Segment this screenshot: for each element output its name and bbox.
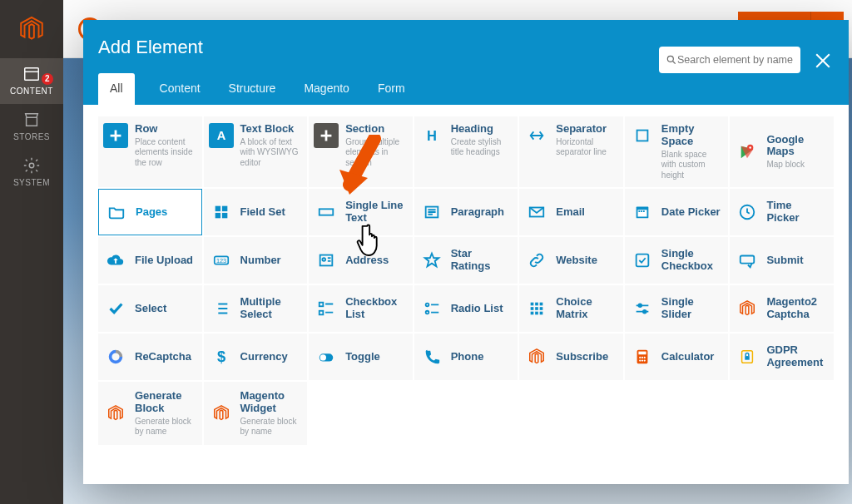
element-choice-matrix[interactable]: Choice Matrix <box>519 285 623 332</box>
admin-sidebar: CONTENT 2 STORES SYSTEM <box>0 0 63 504</box>
element-label: Field Set <box>240 206 301 219</box>
element-currency[interactable]: $ Currency <box>204 334 308 380</box>
element-magento-widget[interactable]: Magento WidgetGenerate block by name <box>204 382 308 445</box>
clock-icon <box>735 200 760 225</box>
plus-icon <box>103 123 128 148</box>
element-label: File Upload <box>135 254 196 267</box>
element-desc: Horizontal separator line <box>556 137 617 158</box>
element-gdpr-agreement[interactable]: GDPR Agreement <box>730 334 834 380</box>
slider-icon <box>630 296 655 321</box>
element-row[interactable]: RowPlace content elements inside the row <box>98 116 202 187</box>
tab-form[interactable]: Form <box>374 73 409 105</box>
element-label: Multiple Select <box>240 296 301 321</box>
svg-rect-0 <box>25 68 39 81</box>
element-paragraph[interactable]: Paragraph <box>414 189 518 235</box>
svg-rect-32 <box>535 303 538 306</box>
element-label: ReCaptcha <box>135 351 196 363</box>
heading-icon: H <box>419 123 444 148</box>
sidebar-label: STORES <box>13 132 50 141</box>
element-separator[interactable]: SeparatorHorizontal separator line <box>519 116 623 187</box>
element-subscribe[interactable]: Subscribe <box>519 334 623 380</box>
element-field-set[interactable]: Field Set <box>204 189 308 235</box>
modal-header: Add Element All Content Structure Magent… <box>83 20 849 105</box>
element-section[interactable]: SectionGroup multiple elements in sectio… <box>309 116 413 187</box>
element-single-checkbox[interactable]: Single Checkbox <box>625 237 729 284</box>
element-time-picker[interactable]: Time Picker <box>730 189 834 235</box>
element-email[interactable]: Email <box>519 189 623 235</box>
svg-rect-35 <box>535 308 538 311</box>
svg-text:A: A <box>216 129 225 142</box>
check-icon <box>103 296 128 321</box>
element-single-line-text[interactable]: Single Line Text <box>309 189 413 235</box>
svg-rect-12 <box>320 210 334 215</box>
element-desc: A block of text with WYSIWYG editor <box>240 137 301 169</box>
paragraph-icon <box>419 200 444 225</box>
svg-text:$: $ <box>216 348 225 365</box>
element-label: Row <box>135 123 196 136</box>
checkbox-icon <box>630 248 655 273</box>
modal-body: RowPlace content elements inside the row… <box>83 105 849 484</box>
element-star-ratings[interactable]: Star Ratings <box>414 237 518 284</box>
magento-logo[interactable] <box>0 0 63 58</box>
radio-list-icon <box>419 296 444 321</box>
element-label: Paragraph <box>451 206 512 219</box>
element-toggle[interactable]: Toggle <box>309 334 413 380</box>
element-radio-list[interactable]: Radio List <box>414 285 518 332</box>
svg-rect-36 <box>540 308 543 311</box>
search-input[interactable] <box>677 54 794 66</box>
modal-tabs: All Content Structure Magento Form <box>98 73 409 105</box>
element-label: Submit <box>766 254 827 267</box>
element-label: Empty Space <box>661 123 722 148</box>
magento-icon <box>524 344 549 369</box>
element-desc: Generate block by name <box>240 417 301 437</box>
sidebar-item-stores[interactable]: STORES <box>0 104 63 150</box>
close-icon[interactable] <box>814 52 832 70</box>
element-heading[interactable]: H HeadingCreate stylish title headings <box>414 116 518 187</box>
folder-icon <box>104 200 129 225</box>
calculator-icon <box>630 344 655 369</box>
magento-icon <box>735 296 760 321</box>
cloud-upload-icon <box>103 248 128 273</box>
element-label: Toggle <box>345 351 406 363</box>
element-label: Calculator <box>661 351 722 363</box>
tab-content[interactable]: Content <box>156 73 204 105</box>
phone-icon <box>419 344 444 369</box>
element-address[interactable]: Address <box>309 237 413 284</box>
svg-rect-31 <box>531 303 534 306</box>
element-select[interactable]: Select <box>98 285 202 332</box>
element-date-picker[interactable]: Date Picker <box>625 189 729 235</box>
element-single-slider[interactable]: Single Slider <box>625 285 729 332</box>
submit-icon <box>735 248 760 273</box>
element-text-block[interactable]: A Text BlockA block of text with WYSIWYG… <box>204 116 308 187</box>
svg-rect-5 <box>637 131 647 141</box>
sidebar-label: CONTENT <box>10 86 53 96</box>
tab-all[interactable]: All <box>98 73 135 105</box>
element-google-maps[interactable]: Google MapsMap block <box>730 116 834 187</box>
magento-icon <box>209 401 234 426</box>
element-submit[interactable]: Submit <box>730 237 834 284</box>
search-input-wrapper[interactable] <box>659 47 800 73</box>
sidebar-item-content[interactable]: CONTENT 2 <box>0 58 63 104</box>
sidebar-item-system[interactable]: SYSTEM <box>0 150 63 195</box>
svg-rect-18 <box>641 211 642 213</box>
tab-magento[interactable]: Magento <box>300 73 352 105</box>
element-number[interactable]: 123 Number <box>204 237 308 284</box>
element-magento-captcha[interactable]: Magento2 Captcha <box>730 285 834 332</box>
element-recaptcha[interactable]: ReCaptcha <box>98 334 202 380</box>
tab-structure[interactable]: Structure <box>225 73 280 105</box>
svg-rect-37 <box>531 312 534 315</box>
element-website[interactable]: Website <box>519 237 623 284</box>
element-checkbox-list[interactable]: Checkbox List <box>309 285 413 332</box>
notification-badge: 2 <box>42 73 53 85</box>
element-label: Star Ratings <box>451 248 512 273</box>
element-phone[interactable]: Phone <box>414 334 518 380</box>
element-file-upload[interactable]: File Upload <box>98 237 202 284</box>
element-empty-space[interactable]: Empty SpaceBlank space with custom heigh… <box>625 116 729 187</box>
element-multiple-select[interactable]: Multiple Select <box>204 285 308 332</box>
element-generate-block[interactable]: Generate BlockGenerate block by name <box>98 382 202 445</box>
address-icon <box>314 248 339 273</box>
element-calculator[interactable]: Calculator <box>625 334 729 380</box>
list-icon <box>209 296 234 321</box>
element-pages[interactable]: Pages <box>98 189 202 235</box>
svg-rect-54 <box>746 356 750 360</box>
